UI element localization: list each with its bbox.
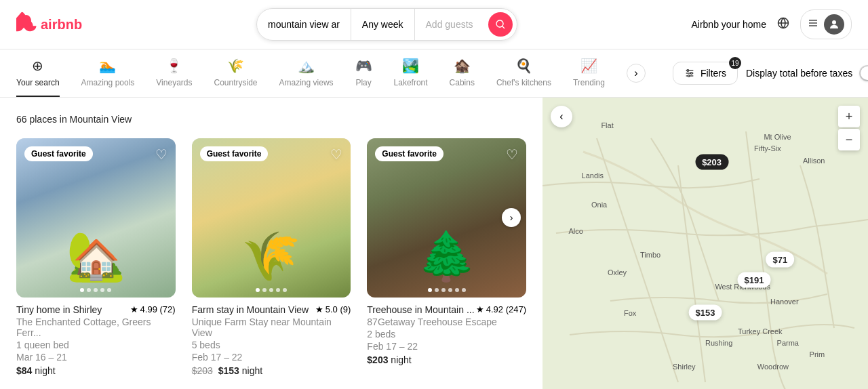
listing-dates-2: Feb 17 – 22 <box>192 352 351 363</box>
image-nav-next-3[interactable]: › <box>502 208 521 227</box>
guest-favorite-badge-1: Guest favorite <box>24 146 93 161</box>
listing-image-1: 🏡 <box>16 138 176 298</box>
globe-icon[interactable] <box>777 17 789 32</box>
filters-button[interactable]: Filters 19 <box>673 62 738 85</box>
price-marker-203-dark[interactable]: $203 <box>695 155 728 170</box>
map-label-fifty-six: Fifty-Six <box>754 144 781 152</box>
map-zoom-controls: + − <box>838 106 860 150</box>
map-label-onia: Onia <box>591 201 607 209</box>
listing-title-row-1: Tiny home in Shirley ★ 4.99 (72) <box>16 304 176 315</box>
display-total-toggle[interactable]: Display total before taxes <box>746 65 868 81</box>
listing-price-2: $203 $153 night <box>192 365 351 376</box>
category-label-countryside: Countryside <box>214 78 257 87</box>
guest-favorite-badge-3: Guest favorite <box>375 146 443 161</box>
logo[interactable]: airbnb <box>16 12 82 38</box>
category-label-trending: Trending <box>573 78 605 87</box>
play-icon: 🎮 <box>355 58 372 74</box>
listing-card-3[interactable]: 🌲 Guest favorite ♡ › <box>367 138 526 376</box>
category-item-cabins[interactable]: 🏚️ Cabins <box>450 49 475 97</box>
price-marker-191[interactable]: $191 <box>738 272 771 288</box>
price-marker-71[interactable]: $71 <box>766 251 795 267</box>
category-nav: ⊕ Your search 🏊 Amazing pools 🍷 Vineyard… <box>0 49 868 98</box>
map-zoom-out-button[interactable]: − <box>838 129 860 150</box>
rating-value-2: 5.0 (9) <box>326 304 351 314</box>
amazing-pools-icon: 🏊 <box>99 58 116 74</box>
category-label-play: Play <box>355 78 371 87</box>
search-location-input[interactable]: mountain view ar <box>257 9 351 40</box>
category-item-trending[interactable]: 📈 Trending <box>573 49 605 97</box>
map-label-mt-olive: Mt Olive <box>764 133 791 141</box>
svg-point-11 <box>688 75 690 77</box>
star-icon-1: ★ <box>130 304 138 314</box>
results-count: 66 places in Mountain View <box>16 114 526 125</box>
price-marker-153[interactable]: $153 <box>689 304 722 320</box>
listing-subtitle-1: The Enchanted Cottage, Greers Ferr... <box>16 316 176 338</box>
listing-rating-2: ★ 5.0 (9) <box>315 304 351 314</box>
category-label-amazing-views: Amazing views <box>279 78 334 87</box>
wishlist-button-3[interactable]: ♡ <box>506 146 518 163</box>
listing-title-row-2: Farm stay in Mountain View ★ 5.0 (9) <box>192 304 351 315</box>
map-label-oxley: Oxley <box>608 268 627 277</box>
category-item-your-search[interactable]: ⊕ Your search <box>16 49 60 97</box>
category-item-amazing-pools[interactable]: 🏊 Amazing pools <box>81 49 135 97</box>
toggle-switch[interactable] <box>859 65 868 81</box>
star-icon-3: ★ <box>476 304 484 314</box>
category-item-chefs-kitchens[interactable]: 🍳 Chef's kitchens <box>496 49 551 97</box>
airbnb-home-link[interactable]: Airbnb your home <box>691 19 766 30</box>
listing-image-wrapper-2: 🌾 Guest favorite ♡ <box>192 138 351 298</box>
map-label-allison: Allison <box>803 157 825 165</box>
main-layout: 66 places in Mountain View 🏡 Guest favor… <box>0 98 868 389</box>
search-bar[interactable]: mountain view ar Any week Add guests <box>256 8 517 41</box>
search-week-input[interactable]: Any week <box>351 9 415 40</box>
map-label-hanover: Hanover <box>770 298 799 306</box>
header: airbnb mountain view ar Any week Add gue… <box>0 0 868 49</box>
price-value-1: $84 <box>16 365 32 376</box>
chefs-kitchens-icon: 🍳 <box>515 58 532 74</box>
filters-icon <box>684 68 695 79</box>
header-right: Airbnb your home <box>691 9 852 39</box>
user-menu[interactable] <box>800 9 852 39</box>
vineyards-icon: 🍷 <box>165 58 182 74</box>
category-item-play[interactable]: 🎮 Play <box>355 49 372 97</box>
amazing-views-icon: 🏔️ <box>298 58 315 74</box>
rating-value-1: 4.99 (72) <box>140 304 176 314</box>
listing-title-row-3: Treehouse in Mountain ... ★ 4.92 (247) <box>367 304 526 315</box>
map-label-alco: Alco <box>568 227 583 235</box>
category-item-countryside[interactable]: 🌾 Countryside <box>214 49 257 97</box>
category-nav-next-button[interactable]: › <box>627 64 646 83</box>
listing-beds-1: 1 queen bed <box>16 340 176 350</box>
map-label-turkey-creek: Turkey Creek <box>738 327 783 335</box>
map-label-prim: Prim <box>810 350 825 359</box>
listing-info-1: Tiny home in Shirley ★ 4.99 (72) The Enc… <box>16 304 176 376</box>
listing-info-2: Farm stay in Mountain View ★ 5.0 (9) Uni… <box>192 304 351 376</box>
category-item-vineyards[interactable]: 🍷 Vineyards <box>156 49 192 97</box>
svg-point-9 <box>687 70 689 72</box>
svg-point-10 <box>690 73 692 75</box>
price-value-3: $203 <box>367 354 388 365</box>
map-zoom-in-button[interactable]: + <box>838 106 860 127</box>
listing-beds-3: 2 beds <box>367 329 526 340</box>
cabins-icon: 🏚️ <box>454 58 471 74</box>
map-label-flat: Flat <box>601 121 613 129</box>
map-label-timbo: Timbo <box>640 251 660 259</box>
search-guests-input[interactable]: Add guests <box>415 9 484 40</box>
trending-icon: 📈 <box>580 58 597 74</box>
category-item-lakefront[interactable]: 🏞️ Lakefront <box>394 49 428 97</box>
category-label-cabins: Cabins <box>450 78 475 87</box>
countryside-icon: 🌾 <box>227 58 244 74</box>
category-item-amazing-views[interactable]: 🏔️ Amazing views <box>279 49 334 97</box>
svg-point-5 <box>832 20 836 24</box>
map-label-fox: Fox <box>624 309 636 317</box>
listing-subtitle-2: Unique Farm Stay near Mountain View <box>192 316 351 338</box>
map-back-button[interactable]: ‹ <box>551 106 572 127</box>
original-price-2: $203 <box>192 365 213 376</box>
listing-card-1[interactable]: 🏡 Guest favorite ♡ Tiny home in Shirley <box>16 138 176 376</box>
svg-point-0 <box>22 15 31 27</box>
search-submit-button[interactable] <box>488 12 513 37</box>
wishlist-button-2[interactable]: ♡ <box>330 146 342 163</box>
listing-card-2[interactable]: 🌾 Guest favorite ♡ Farm stay in Mountain <box>192 138 351 376</box>
wishlist-button-1[interactable]: ♡ <box>155 146 167 163</box>
toggle-knob <box>861 66 868 80</box>
airbnb-logo-icon <box>16 12 37 38</box>
listing-info-3: Treehouse in Mountain ... ★ 4.92 (247) 8… <box>367 304 526 365</box>
